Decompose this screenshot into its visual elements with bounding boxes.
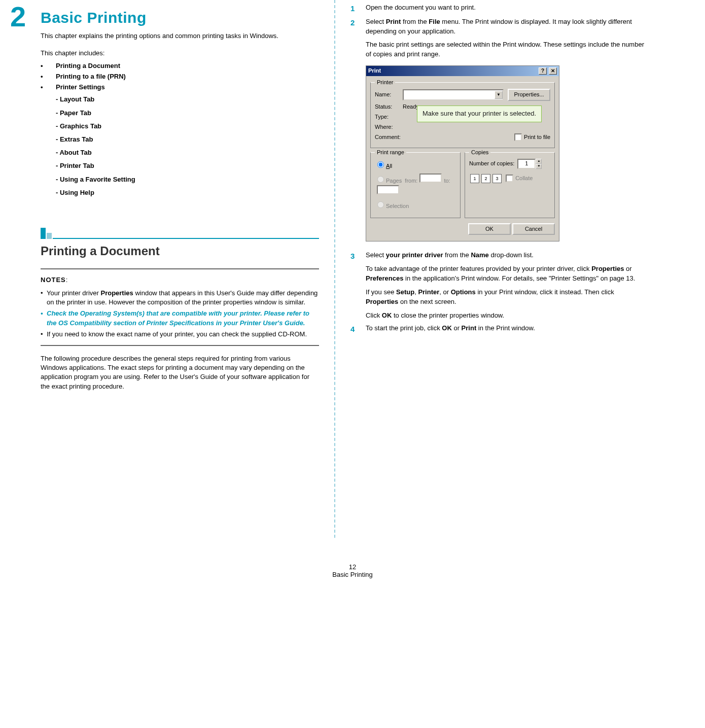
toc-subitem: - Graphics Tab — [56, 122, 319, 131]
print-dialog: Print ? ✕ Printer Name: ▼ Properties... … — [366, 65, 559, 241]
chevron-down-icon: ▼ — [495, 91, 503, 99]
collate-checkbox — [506, 175, 513, 182]
where-label: Where: — [375, 123, 403, 131]
comment-label: Comment: — [375, 133, 403, 142]
toc-subitem: - Layout Tab — [56, 95, 319, 104]
note-text: Your printer driver Properties window th… — [47, 289, 319, 307]
page-number: 12 — [0, 563, 705, 571]
section-divider — [41, 228, 319, 239]
name-label: Name: — [375, 91, 403, 99]
step-text: Select your printer driver from the Name… — [366, 251, 644, 320]
collate-icon: 3 — [492, 174, 502, 183]
toc-subitem: - Printer Tab — [56, 161, 319, 170]
toc-subitem: - Paper Tab — [56, 109, 319, 118]
toc-item: Printer Settings — [56, 83, 319, 91]
step-number: 3 — [350, 251, 366, 320]
help-icon[interactable]: ? — [539, 67, 547, 75]
ok-button[interactable]: OK — [468, 223, 511, 235]
group-label: Printer — [375, 79, 395, 87]
toc-subitem: - Using a Favorite Setting — [56, 175, 319, 184]
to-input — [377, 185, 399, 194]
page-footer: 12 Basic Printing — [0, 563, 705, 578]
chapter-title: Basic Printing — [41, 9, 319, 26]
section-title: Printing a Document — [41, 244, 319, 258]
note-text-highlighted: Check the Operating System(s) that are c… — [47, 309, 319, 327]
horizontal-rule — [41, 268, 319, 269]
from-input — [419, 174, 442, 183]
step-number: 2 — [350, 17, 366, 248]
toc-subitem: - About Tab — [56, 148, 319, 157]
note-text: If you need to know the exact name of yo… — [47, 330, 319, 339]
print-to-file-checkbox[interactable] — [514, 133, 522, 141]
properties-button[interactable]: Properties... — [508, 89, 550, 101]
collate-label: Collate — [515, 175, 533, 181]
toc-subitem: - Using Help — [56, 188, 319, 197]
print-to-file-label: Print to file — [524, 133, 550, 142]
procedure-intro: The following procedure describes the ge… — [41, 354, 319, 391]
cancel-button[interactable]: Cancel — [512, 223, 555, 235]
chapter-number: 2 — [10, 0, 26, 33]
dialog-title: Print — [368, 67, 381, 75]
horizontal-rule — [41, 345, 319, 346]
step-text: To start the print job, click OK or Prin… — [366, 324, 644, 335]
copies-spinner[interactable]: ▲▼ — [536, 159, 542, 169]
copies-label: Number of copies: — [469, 160, 514, 166]
step-number: 4 — [350, 324, 366, 335]
step-text: Select Print from the File menu. The Pri… — [366, 17, 644, 248]
copies-input[interactable]: 1 — [517, 159, 536, 169]
type-label: Type: — [375, 113, 403, 121]
step-number: 1 — [350, 3, 366, 14]
close-icon[interactable]: ✕ — [549, 67, 557, 75]
range-selection-radio — [377, 201, 384, 208]
range-all-radio[interactable] — [377, 161, 384, 168]
collate-icon: 1 — [470, 174, 479, 183]
status-label: Status: — [375, 103, 403, 111]
printer-name-dropdown[interactable]: ▼ — [403, 89, 504, 100]
footer-title: Basic Printing — [0, 571, 705, 578]
toc-item: Printing to a file (PRN) — [56, 73, 319, 80]
range-pages-radio — [377, 176, 384, 183]
callout-tooltip: Make sure that your printer is selected. — [417, 106, 542, 122]
toc-item: Printing a Document — [56, 62, 319, 70]
group-label: Print range — [375, 149, 406, 157]
group-label: Copies — [469, 149, 490, 157]
chapter-intro: This chapter explains the printing optio… — [41, 31, 319, 41]
notes-heading: NOTES — [41, 276, 66, 284]
includes-label: This chapter includes: — [41, 49, 319, 58]
collate-icon: 2 — [481, 174, 490, 183]
toc-subitem: - Extras Tab — [56, 135, 319, 144]
step-text: Open the document you want to print. — [366, 3, 644, 14]
